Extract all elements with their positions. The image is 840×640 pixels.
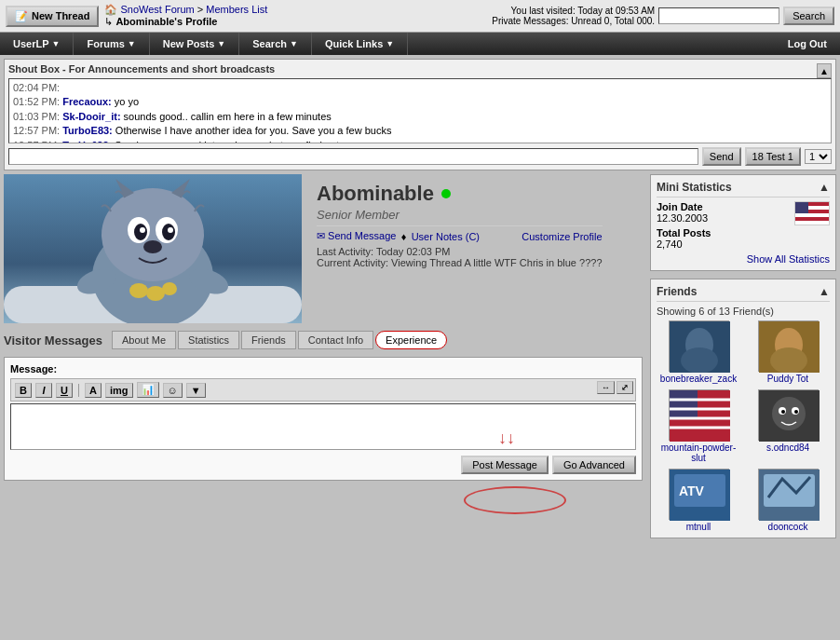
- shout-message: 01:52 PM: Frecaoux: yo yo: [13, 95, 827, 109]
- breadcrumb-icon: 🏠: [104, 4, 117, 15]
- profile-username: Abominable: [317, 182, 434, 206]
- friend-item: ATV mtnull: [657, 469, 740, 532]
- toolbar-font-color-button[interactable]: A: [85, 383, 102, 398]
- join-date-value: 12.30.2003: [657, 212, 711, 224]
- svg-point-34: [781, 410, 785, 414]
- stats-content: Join Date 12.30.2003 Total Posts 2,740: [657, 201, 830, 250]
- avatar-image: [4, 174, 302, 323]
- friend-avatar[interactable]: [758, 469, 819, 520]
- tab-experience[interactable]: Experience: [375, 331, 447, 349]
- online-status-dot: [441, 189, 451, 198]
- post-message-button[interactable]: Post Message: [461, 456, 549, 474]
- breadcrumb-section-link[interactable]: Members List: [206, 4, 267, 15]
- friend-name[interactable]: mountain-powder-slut: [657, 443, 740, 463]
- friend-avatar[interactable]: [669, 389, 729, 441]
- friend-avatar[interactable]: [758, 389, 819, 441]
- svg-text:ATV: ATV: [679, 483, 705, 498]
- page-title: Abominable's Profile: [115, 16, 217, 27]
- shout-retest-button[interactable]: 18 Test 1: [745, 147, 801, 166]
- nav-item-forums[interactable]: Forums ▼: [74, 33, 149, 55]
- friends-grid: bonebreaker_zack Puddy Tot: [657, 320, 830, 532]
- friend-name[interactable]: bonebreaker_zack: [657, 374, 740, 384]
- friends-count: Showing 6 of 13 Friend(s): [657, 306, 830, 317]
- nav-forums-arrow: ▼: [128, 39, 136, 48]
- svg-rect-25: [670, 390, 698, 418]
- new-thread-button[interactable]: 📝 New Thread: [6, 6, 99, 27]
- nav-forums-label: Forums: [87, 38, 124, 49]
- toolbar-image-button[interactable]: img: [105, 383, 133, 398]
- toolbar-chart-button[interactable]: 📊: [137, 382, 159, 398]
- nav-search-label: Search: [252, 38, 287, 49]
- user-notes-link[interactable]: User Notes (C): [412, 231, 480, 242]
- vm-text-area[interactable]: [10, 403, 636, 450]
- nav-item-userlp[interactable]: UserLP ▼: [0, 33, 74, 55]
- friend-item: bonebreaker_zack: [657, 320, 740, 384]
- nav-search-arrow: ▼: [290, 39, 298, 48]
- profile-header: Abominable Senior Member ✉ Send Message …: [4, 174, 643, 323]
- nav-item-quicklinks[interactable]: Quick Links ▼: [312, 33, 408, 55]
- shout-message: 12:57 PM: TurboE83: Otherwise I have ano…: [13, 124, 827, 138]
- nav-quicklinks-label: Quick Links: [325, 38, 383, 49]
- friend-avatar[interactable]: [669, 320, 729, 372]
- profile-name-row: Abominable: [317, 182, 603, 206]
- breadcrumb: 🏠 SnoWest Forum > Members List ↳ Abomina…: [104, 4, 267, 28]
- svg-point-10: [143, 240, 162, 253]
- friend-name[interactable]: dooncock: [746, 522, 830, 532]
- friend-name[interactable]: s.odncd84: [746, 443, 830, 453]
- top-bar-left: 📝 New Thread 🏠 SnoWest Forum > Members L…: [6, 4, 267, 28]
- mini-stats-collapse-icon[interactable]: ▲: [819, 181, 830, 194]
- nav-item-search[interactable]: Search ▼: [239, 33, 312, 55]
- tab-about-me[interactable]: About Me: [112, 331, 176, 349]
- svg-point-8: [140, 227, 145, 233]
- nav-item-newposts[interactable]: New Posts ▼: [150, 33, 240, 55]
- friend-item: Puddy Tot: [746, 320, 830, 384]
- friend-avatar[interactable]: ATV: [669, 469, 729, 520]
- vm-toolbar: B I U A img 📊 ☺ ▼ ↔ ⤢: [10, 378, 636, 402]
- logout-button[interactable]: Log Out: [775, 33, 840, 55]
- shoutbox-collapse-button[interactable]: ▲: [817, 63, 832, 78]
- svg-point-20: [681, 347, 718, 373]
- nav-bar: UserLP ▼ Forums ▼ New Posts ▼ Search ▼ Q…: [0, 33, 840, 55]
- top-bar: 📝 New Thread 🏠 SnoWest Forum > Members L…: [0, 0, 840, 33]
- friend-name[interactable]: Puddy Tot: [746, 374, 830, 384]
- toolbar-bold-button[interactable]: B: [15, 383, 32, 398]
- friends-collapse-icon[interactable]: ▲: [819, 285, 830, 298]
- visitor-messages-title: Visitor Messages: [4, 334, 102, 347]
- send-message-link[interactable]: ✉ Send Message: [317, 230, 396, 242]
- profile-left: Abominable Senior Member ✉ Send Message …: [4, 174, 643, 538]
- tab-friends[interactable]: Friends: [241, 331, 296, 349]
- profile-right: Mini Statistics ▲ Join Date 12.30.2003 T…: [650, 174, 836, 538]
- search-button[interactable]: Search: [783, 7, 834, 25]
- shoutbox-messages[interactable]: 02:04 PM: 01:52 PM: Frecaoux: yo yo 01:0…: [8, 78, 832, 143]
- join-date-label: Join Date: [657, 201, 711, 212]
- toolbar-dropdown-button[interactable]: ▼: [186, 383, 206, 398]
- mini-stats-label: Mini Statistics: [657, 181, 732, 194]
- breadcrumb-forum-link[interactable]: SnoWest Forum: [120, 4, 194, 15]
- friend-avatar[interactable]: [758, 320, 819, 372]
- show-all-stats-link[interactable]: Show All Statistics: [657, 253, 830, 265]
- go-advanced-button[interactable]: Go Advanced: [552, 456, 636, 474]
- tab-statistics[interactable]: Statistics: [178, 331, 239, 349]
- toolbar-resize-large[interactable]: ⤢: [616, 381, 633, 394]
- toolbar-underline-button[interactable]: U: [56, 383, 73, 398]
- friends-panel: Friends ▲ Showing 6 of 13 Friend(s) bone…: [650, 279, 836, 538]
- profile-activity: Last Activity: Today 02:03 PM Current Ac…: [317, 246, 603, 268]
- search-input[interactable]: [658, 7, 779, 24]
- friend-name[interactable]: mtnull: [657, 522, 740, 532]
- toolbar-emoji-button[interactable]: ☺: [163, 383, 183, 398]
- shout-text-input[interactable]: [8, 148, 698, 165]
- breadcrumb-sep: >: [197, 4, 206, 15]
- shout-count-select[interactable]: 1: [805, 149, 832, 164]
- svg-point-3: [102, 188, 204, 281]
- toolbar-italic-button[interactable]: I: [35, 383, 52, 398]
- send-message-label: Send Message: [328, 230, 396, 241]
- stats-text: Join Date 12.30.2003 Total Posts 2,740: [657, 201, 711, 250]
- profile-actions: ✉ Send Message ♦ User Notes (C) Customiz…: [317, 225, 603, 242]
- toolbar-resize-small[interactable]: ↔: [597, 381, 615, 394]
- tab-contact-info[interactable]: Contact Info: [298, 331, 373, 349]
- friend-item: dooncock: [746, 469, 830, 532]
- friend-item: s.odncd84: [746, 389, 830, 463]
- action-sep: ♦: [401, 231, 407, 242]
- shout-send-button[interactable]: Send: [702, 147, 741, 166]
- customize-profile-link[interactable]: Customize Profile: [522, 231, 602, 242]
